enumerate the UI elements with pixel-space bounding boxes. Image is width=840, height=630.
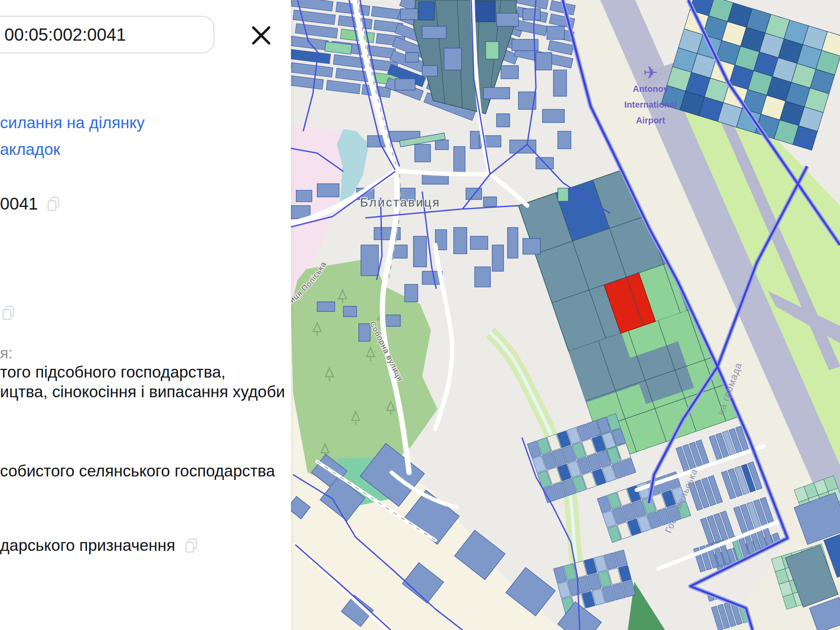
airplane-icon: ✈	[643, 63, 658, 82]
copy-icon[interactable]	[45, 196, 62, 212]
bookmarks-link[interactable]: акладок	[0, 140, 60, 159]
cadastral-map[interactable]: Блиставиця ✈ Antonov International Airpo…	[291, 0, 840, 630]
parcel-number: 0041	[0, 194, 38, 214]
category-row: дарського призначення	[0, 536, 200, 555]
svg-text:International: International	[624, 100, 677, 109]
parcel-link[interactable]: силання на ділянку	[0, 114, 145, 132]
close-button[interactable]	[248, 22, 275, 49]
category-text: дарського призначення	[0, 536, 175, 555]
ownership-text: собистого селянського господарства	[0, 462, 275, 480]
svg-text:Airport: Airport	[636, 116, 665, 125]
copy-icon[interactable]	[0, 304, 17, 321]
search-input[interactable]	[0, 16, 214, 53]
section-label: я:	[0, 344, 13, 362]
parcel-info-panel: силання на ділянку акладок 0041 я: того …	[0, 0, 291, 630]
close-icon	[248, 22, 275, 49]
town-label: Блиставиця	[360, 196, 441, 209]
parcel-number-row: 0041	[0, 194, 62, 214]
copy-icon[interactable]	[183, 537, 200, 554]
intended-use-line2: ицтва, сінокосіння і випасання худоби	[0, 383, 285, 401]
intended-use-line1: того підсобного господарства,	[0, 363, 226, 382]
svg-text:Antonov: Antonov	[633, 84, 668, 94]
copy-row	[0, 304, 17, 323]
